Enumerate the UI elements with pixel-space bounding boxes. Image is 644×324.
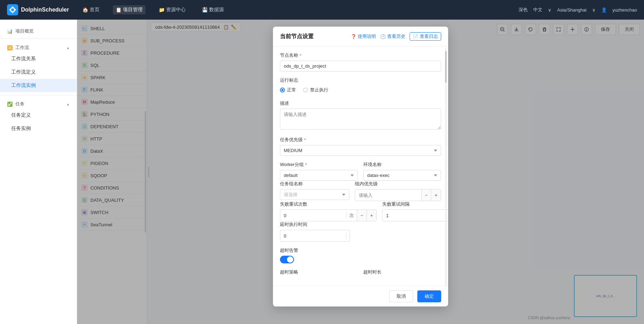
timeout-duration-label: 超时时长 [363,269,441,275]
timeout-strategy-label: 超时策略 [280,269,358,275]
logo-text: DolphinScheduler [21,7,69,13]
canvas-area[interactable]: >_ SHELL ⊞ SUB_PROCESS Σ PROCEDURE S SQL… [77,20,644,324]
fail-retry-times-decrement[interactable]: − [357,210,366,221]
sidebar-group-task[interactable]: ✅ 任务 ▲ [0,98,77,109]
form-node-name: 节点名称 * [280,52,441,71]
sidebar-item-project-overview[interactable]: 📊 项目概览 [0,25,77,36]
form-row-worker-env: Worker分组 * default 环境名称 [280,161,441,181]
user-icon: 👤 [601,7,607,13]
radio-normal-circle [280,88,285,92]
radio-normal[interactable]: 正常 [280,87,296,93]
modal-body: 节点名称 * 运行标志 [273,47,448,286]
node-name-input[interactable] [280,61,441,71]
worker-group-select[interactable]: default [280,170,358,181]
log-icon: 📄 [413,34,418,39]
sidebar-item-workflow-definition[interactable]: 工作流定义 [0,66,77,79]
resource-icon: 📁 [159,7,165,13]
modal-scrollbar-thumb[interactable] [445,51,447,83]
task-group-priority-increment[interactable]: + [431,189,441,201]
modal-scrollbar-track [445,48,447,287]
logo: DolphinScheduler [7,4,69,15]
delay-execution-stepper: 分 − + [280,230,350,242]
main-content: >_ SHELL ⊞ SUB_PROCESS Σ PROCEDURE S SQL… [77,20,644,324]
nav-project[interactable]: 📋 项目管理 [113,5,145,14]
view-log-button[interactable]: 📄 查看日志 [410,32,441,41]
sidebar-item-task-instance[interactable]: 任务实例 [0,122,77,135]
timezone-selector[interactable]: Asia/Shanghai [557,7,587,13]
modal-title: 当前节点设置 [280,33,314,40]
theme-selector[interactable]: 深色 [519,7,528,13]
form-timeout-alarm: 超时告警 [280,247,441,263]
chevron-up-icon-2: ▲ [66,102,70,106]
task-group-name-select[interactable]: 请选择 [280,189,349,200]
modal-overlay: 当前节点设置 ❓ 使用说明 🕐 查看历史 📄 [77,20,644,324]
form-task-priority: 任务优先级 * MEDIUM [280,137,441,156]
sidebar-group-workflow[interactable]: 🔀 工作流 ▲ [0,42,77,52]
form-env-name: 环境名称 datax-exec [363,161,441,181]
task-priority-label: 任务优先级 * [280,137,441,143]
svg-point-1 [11,8,14,11]
task-group-priority-decrement[interactable]: − [421,189,431,201]
task-group-priority-input[interactable] [355,190,421,200]
modal-header-actions: ❓ 使用说明 🕐 查看历史 📄 查看日志 [351,32,441,41]
toggle-knob [287,256,293,263]
radio-forbidden[interactable]: 禁止执行 [303,87,328,93]
task-group-priority-stepper: − + [355,189,441,201]
language-selector[interactable]: 中文 [533,7,542,13]
delay-execution-unit: 分 [346,233,350,239]
timeout-alarm-label: 超时告警 [280,247,441,254]
form-fail-retry-interval: 失败重试间隔 分 − + [382,201,448,221]
nav-right: 深色 中文 ∨ Asia/Shanghai ∨ 👤 yuzhenchao [519,7,637,13]
form-task-group-priority: 组内优先级 − + [355,181,441,201]
env-name-label: 环境名称 [363,161,441,168]
form-row-retry: 失败重试次数 次 − + [280,201,441,221]
modal-footer: 取消 确定 [273,286,448,306]
sidebar-divider-1 [0,39,77,39]
delay-execution-input[interactable] [280,231,346,241]
form-worker-group: Worker分组 * default [280,161,358,181]
timeout-alarm-toggle[interactable] [280,256,294,263]
sidebar: 📊 项目概览 🔀 工作流 ▲ 工作流关系 工作流定义 工作流实例 ✅ 任务 ▲ … [0,20,77,324]
home-icon: 🏠 [82,7,88,13]
form-row-taskgroup: 任务组名称 请选择 组内优先级 [280,181,441,201]
form-timeout-strategy: 超时策略 [280,269,358,277]
question-icon: ❓ [351,34,356,39]
nav-home[interactable]: 🏠 首页 [80,5,102,14]
env-name-select[interactable]: datax-exec [363,170,441,181]
fail-retry-times-unit: 次 [346,212,357,219]
sidebar-divider-2 [0,95,77,95]
project-icon: 📋 [116,7,122,13]
sidebar-item-workflow-instance[interactable]: 工作流实例 [0,79,77,92]
datasource-icon: 💾 [202,7,208,13]
cancel-button[interactable]: 取消 [389,290,413,302]
fail-retry-times-label: 失败重试次数 [280,201,377,207]
form-run-flag: 运行标志 正常 [280,77,441,95]
task-icon: ✅ [7,102,13,107]
run-flag-radio-group: 正常 禁止执行 [280,85,441,95]
top-navigation: DolphinScheduler 🏠 首页 📋 项目管理 📁 资源中心 💾 数据… [0,0,644,20]
worker-group-label: Worker分组 * [280,161,358,168]
clock-icon: 🕐 [380,34,386,39]
usage-instructions-button[interactable]: ❓ 使用说明 [351,33,376,40]
task-priority-select[interactable]: MEDIUM [280,145,441,156]
form-timeout-duration: 超时时长 [363,269,441,277]
nav-datasource[interactable]: 💾 数据源 [199,5,227,14]
required-star: * [300,53,301,58]
task-group-name-label: 任务组名称 [280,181,349,187]
task-group-priority-label: 组内优先级 [355,181,441,187]
nav-resource[interactable]: 📁 资源中心 [156,5,189,14]
fail-retry-interval-input[interactable] [383,211,448,221]
form-description: 描述 [280,100,441,131]
run-flag-label: 运行标志 [280,77,441,83]
sidebar-item-task-definition[interactable]: 任务定义 [0,109,77,122]
radio-normal-dot [281,89,283,91]
description-textarea[interactable] [280,109,441,130]
confirm-button[interactable]: 确定 [417,290,441,302]
fail-retry-times-increment[interactable]: + [366,210,376,221]
workflow-icon: 🔀 [7,45,13,50]
fail-retry-interval-label: 失败重试间隔 [382,201,448,207]
sidebar-item-workflow-relation[interactable]: 工作流关系 [0,52,77,66]
view-history-button[interactable]: 🕐 查看历史 [380,33,405,40]
fail-retry-times-input[interactable] [280,211,346,221]
worker-group-required-star: * [305,162,307,167]
